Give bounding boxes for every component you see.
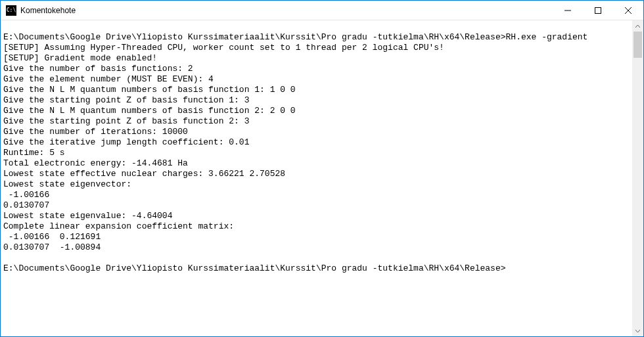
titlebar[interactable]: C:\ Komentokehote [1,1,643,20]
window-title: Komentokehote [20,6,553,15]
vertical-scrollbar[interactable] [632,20,643,336]
terminal-output[interactable]: E:\Documents\Google Drive\Yliopisto Kurs… [1,20,632,336]
maximize-button[interactable] [583,1,613,20]
window-controls [553,1,643,20]
cmd-icon: C:\ [6,5,16,16]
close-button[interactable] [613,1,643,20]
maximize-icon [595,7,601,14]
terminal-area: E:\Documents\Google Drive\Yliopisto Kurs… [1,20,643,336]
scroll-thumb[interactable] [633,32,642,58]
scroll-track[interactable] [632,32,643,325]
chevron-up-icon [635,25,640,28]
scroll-up-button[interactable] [632,20,643,32]
close-icon [625,7,632,14]
minimize-button[interactable] [553,1,583,20]
scroll-down-button[interactable] [632,325,643,336]
svg-rect-1 [595,7,601,13]
chevron-down-icon [635,330,640,332]
minimize-icon [564,7,571,14]
